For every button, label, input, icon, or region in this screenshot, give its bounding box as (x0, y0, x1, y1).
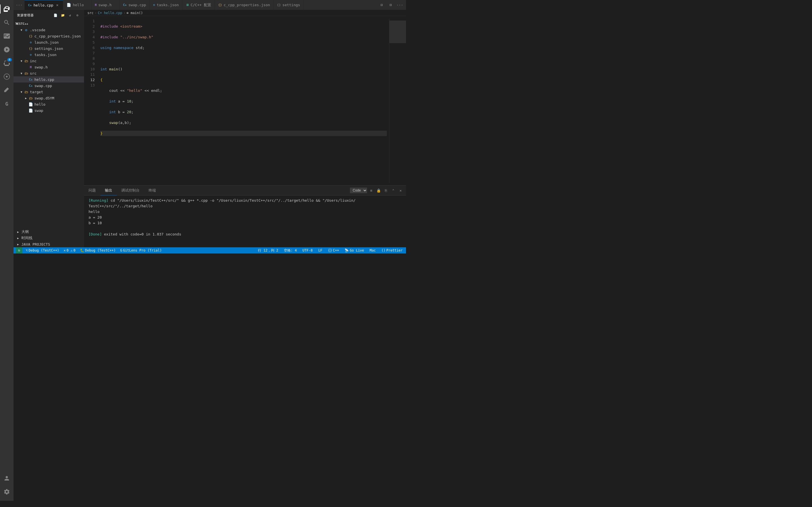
status-errors[interactable]: ✕ 0 ⚠ 0 (63, 247, 77, 253)
tree-swap-cpp[interactable]: C+ swap.cpp (13, 82, 84, 89)
status-prettier[interactable]: () Prettier (380, 247, 404, 253)
activity-extensions[interactable]: 0 (0, 56, 13, 70)
tab-close-hello-cpp[interactable]: × (55, 3, 59, 7)
status-branch[interactable]: ⌥ Debug (TestC++) (24, 247, 60, 253)
panel-close-btn[interactable]: × (398, 187, 404, 193)
tree-target[interactable]: ▼ 🗁 target (13, 89, 84, 95)
minimap (389, 18, 406, 183)
activity-explorer[interactable] (0, 2, 13, 16)
tab-label-cpp-config: C/C++ 配置 (191, 3, 211, 8)
panel-expand-btn[interactable]: ⌃ (390, 187, 396, 193)
activity-remote[interactable] (0, 70, 13, 83)
status-remote[interactable]: ⎋ (16, 247, 22, 253)
panel-lock-btn[interactable]: 🔒 (375, 187, 382, 193)
tab-icon-cpp: C+ (28, 3, 32, 7)
status-gitlens[interactable]: G GitLens Pro (Trial) (119, 247, 163, 253)
output-source-select[interactable]: Code (350, 187, 367, 193)
panel-done-line: [Done] exited with code=0 in 1.037 secon… (89, 231, 402, 237)
sidebar-title[interactable]: 资源管理器 📄 📁 ↺ ⊖ (13, 10, 84, 20)
split-editor-btn[interactable]: ⊡ (378, 1, 386, 9)
panel-tab-terminal-label: 终端 (149, 188, 156, 193)
breadcrumb-symbol[interactable]: ⊕ main() (126, 11, 143, 15)
tree-tasks[interactable]: ⚙ tasks.json (13, 52, 84, 58)
tab-c-cpp-properties[interactable]: {} c_cpp_properties.json (215, 0, 274, 10)
code-line-10: int b = 20; (100, 109, 387, 115)
tab-swap-h[interactable]: H swap.h (91, 0, 119, 10)
activity-source-control[interactable] (0, 29, 13, 43)
new-file-btn[interactable]: 📄 (52, 12, 59, 18)
panel-tab-output-label: 输出 (105, 188, 112, 193)
panel-tab-problems[interactable]: 问题 (84, 186, 100, 195)
svg-point-1 (6, 76, 8, 77)
tree-label-launch: launch.json (35, 40, 59, 45)
status-encoding[interactable]: UTF-8 (301, 247, 314, 253)
tab-label-settings: settings (283, 3, 300, 7)
status-eol[interactable]: LF (317, 247, 323, 253)
sidebar-java-projects[interactable]: ▶ JAVA PROJECTS (13, 241, 84, 247)
panel-tab-debug[interactable]: 调试控制台 (117, 186, 144, 195)
tree-launch[interactable]: ⚙ launch.json (13, 39, 84, 45)
icon-swap-cpp: C+ (28, 83, 33, 88)
sidebar-timeline[interactable]: ▶ 时间线 (13, 235, 84, 241)
tab-label-hello: hello (73, 3, 84, 7)
done-tag: [Done] (89, 232, 102, 236)
icon-testcpp: TESTC++ (19, 21, 24, 26)
tab-swap-cpp[interactable]: C+ swap.cpp (119, 0, 150, 10)
panel-wrap-btn[interactable]: ≡ (368, 187, 374, 193)
chevron-target: ▼ (19, 90, 24, 94)
output-a: a = 20 (89, 215, 102, 219)
panel-tab-debug-label: 调试控制台 (121, 188, 140, 193)
collapse-all-btn[interactable]: ⊖ (74, 12, 81, 18)
activity-git[interactable]: G (0, 97, 13, 110)
sidebar-header-more[interactable]: ··· (13, 3, 24, 7)
code-editor[interactable]: 1 2 3 4 5 6 7 8 9 10 11 12 13 #inc (84, 16, 406, 185)
tab-settings[interactable]: {} settings (274, 0, 304, 10)
tree-label-src: src (30, 71, 36, 75)
prettier-label: Prettier (386, 248, 403, 252)
sidebar-header-actions: 📄 📁 ↺ ⊖ (52, 12, 81, 18)
tree-swap-h[interactable]: H swap.h (13, 64, 84, 70)
status-language[interactable]: {} C++ (327, 247, 340, 253)
sidebar-outline[interactable]: ▶ 大纲 (13, 229, 84, 235)
sidebar-footer: ▶ 大纲 ▶ 时间线 ▶ JAVA PROJECTS (13, 229, 84, 247)
status-platform[interactable]: Mac (368, 247, 377, 253)
panel-content[interactable]: [Running] cd "/Users/liuxin/TestC++/src/… (84, 195, 406, 247)
tree-hello-cpp[interactable]: C+ hello.cpp (13, 76, 84, 82)
panel-tab-terminal[interactable]: 终端 (144, 186, 160, 195)
tab-label-swap-h: swap.h (98, 3, 112, 7)
panel-tab-problems-label: 问题 (89, 188, 96, 193)
tree-c-cpp-props[interactable]: {} c_cpp_properties.json (13, 33, 84, 39)
tab-hello-cpp[interactable]: C+ hello.cpp × (24, 0, 63, 10)
tab-tasks-json[interactable]: ⚙ tasks.json (150, 0, 183, 10)
code-content[interactable]: #include <iostream> #include "../inc/swa… (98, 18, 389, 183)
status-spaces[interactable]: 空格: 4 (283, 247, 298, 253)
tree-settings[interactable]: {} settings.json (13, 45, 84, 52)
breadcrumb-src[interactable]: src (87, 11, 94, 15)
activity-testing[interactable] (0, 83, 13, 97)
panel-tab-output[interactable]: 输出 (100, 186, 117, 195)
debug-icon: 🐛 (80, 248, 84, 252)
tab-cpp-config[interactable]: 🖥 C/C++ 配置 (183, 0, 215, 10)
sidebar: 资源管理器 📄 📁 ↺ ⊖ ▼ TESTC++ ▼ ⚙ (13, 10, 84, 247)
tree-root-testcpp[interactable]: ▼ TESTC++ (13, 20, 84, 27)
code-line-1: #include <iostream> (100, 24, 387, 29)
tree-vscode[interactable]: ▼ ⚙ .vscode (13, 27, 84, 33)
tree-src[interactable]: ▼ 🗁 src (13, 70, 84, 76)
tree-inc[interactable]: ▼ 🗁 inc (13, 58, 84, 64)
status-row-col[interactable]: 行 12，列 2 (257, 247, 280, 253)
breadcrumb-file[interactable]: C+ hello.cpp (98, 11, 122, 15)
toggle-layout-btn[interactable]: ⊟ (387, 1, 395, 9)
activity-run[interactable] (0, 43, 13, 56)
content-area: 资源管理器 📄 📁 ↺ ⊖ ▼ TESTC++ ▼ ⚙ (13, 10, 406, 247)
tree-swap-dsym[interactable]: ▶ 🗁 swap.dSYM (13, 95, 84, 101)
status-golive[interactable]: 📡 Go Live (343, 247, 365, 253)
activity-search[interactable] (0, 16, 13, 29)
refresh-btn[interactable]: ↺ (67, 12, 73, 18)
status-debug[interactable]: 🐛 Debug (TestC++) (79, 247, 117, 253)
tree-hello-exec[interactable]: 📄 hello (13, 101, 84, 107)
tab-hello[interactable]: 📄 hello (63, 0, 91, 10)
more-actions-btn[interactable]: ··· (396, 1, 404, 9)
tree-swap-exec[interactable]: 📄 swap (13, 107, 84, 114)
new-folder-btn[interactable]: 📁 (60, 12, 66, 18)
panel-copy-btn[interactable]: ⎘ (383, 187, 389, 193)
